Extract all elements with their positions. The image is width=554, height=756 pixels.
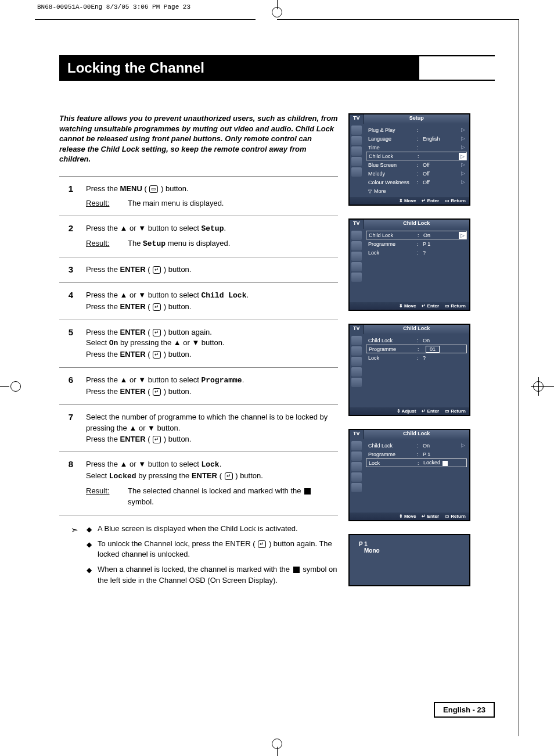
osd-column: TVSetupPlug & Play:▷Language:English▷Tim… xyxy=(348,113,495,590)
osd-row: Child Lock:On▷ xyxy=(366,441,467,450)
osd-title: Child Lock xyxy=(364,220,469,229)
osd-category-icon xyxy=(351,167,362,177)
steps-list: 1Press the MENU ( ▭ ) button.Result:The … xyxy=(59,176,338,515)
osd-icon-column xyxy=(350,229,364,302)
osd-row: Time:▷ xyxy=(366,143,467,152)
step-text: Press the ▲ or ▼ button to select Lock.S… xyxy=(86,459,338,507)
osd-row: Programme:01 xyxy=(366,345,467,353)
crop-mark xyxy=(0,375,23,398)
osd-category-icon xyxy=(351,146,362,156)
osd-tv-tab: TV xyxy=(350,430,364,439)
page-frame xyxy=(277,19,519,20)
osd-row: Lock:? xyxy=(366,353,467,362)
lock-icon xyxy=(443,461,448,466)
step: 5Press the ENTER ( ↵ ) button again.Sele… xyxy=(59,320,338,368)
page-frame xyxy=(35,19,256,20)
enter-icon: ↵ xyxy=(258,540,266,548)
osd-category-icon xyxy=(351,273,362,282)
step: 3Press the ENTER ( ↵ ) button. xyxy=(59,257,338,283)
step-number: 8 xyxy=(59,459,73,507)
osd-category-icon xyxy=(351,336,362,345)
osd-nav-item: ⇕ Move xyxy=(399,514,416,519)
osd-category-icon xyxy=(351,346,362,356)
osd-category-icon xyxy=(351,126,362,135)
osd-category-icon xyxy=(351,378,362,387)
enter-icon: ↵ xyxy=(153,351,161,359)
osd-tv-tab: TV xyxy=(350,325,364,334)
osd-arrow-icon: ▷ xyxy=(459,232,466,239)
osd-row-label: Lock xyxy=(368,250,415,256)
osd-row-value: P 1 xyxy=(423,452,465,457)
crop-mark xyxy=(531,375,554,398)
osd-nav-item: ↵ Enter xyxy=(422,514,439,519)
osd-more: More xyxy=(368,188,386,194)
osd-category-icon xyxy=(351,241,362,250)
intro-text: This feature allows you to prevent unaut… xyxy=(59,113,338,164)
osd-icon-column xyxy=(350,124,364,197)
osd-row: Programme:P 1 xyxy=(366,450,467,458)
osd-icon-column xyxy=(350,439,364,513)
osd-row-value: On xyxy=(423,338,465,343)
result-text: The Setup menu is displayed. xyxy=(128,238,338,250)
note-item: ◆To unlock the Channel lock, press the E… xyxy=(87,539,338,560)
osd-nav-item: ↵ Enter xyxy=(422,409,439,414)
osd-row: Blue Screen:Off▷ xyxy=(366,160,467,169)
osd-arrow-icon: ▷ xyxy=(459,442,467,449)
osd-row-value: 01 xyxy=(423,346,464,353)
osd-nav-item: ▭ Return xyxy=(445,409,466,414)
osd-channel-display: P 1Mono xyxy=(348,534,470,586)
osd-nav-item: ▭ Return xyxy=(445,303,466,309)
enter-icon: ↵ xyxy=(153,388,161,396)
step: 7Select the number of programme to which… xyxy=(59,405,338,453)
osd-row-value: P 1 xyxy=(423,241,465,247)
osd-category-icon xyxy=(351,472,362,482)
osd-arrow-icon: ▷ xyxy=(459,170,467,177)
osd-row-value: On xyxy=(423,443,465,449)
enter-icon: ↵ xyxy=(153,266,161,274)
result-text: The main menu is displayed. xyxy=(128,198,338,209)
osd-row-label: Child Lock xyxy=(368,443,415,449)
osd-row-label: Language xyxy=(368,136,415,142)
osd-channel-line: Mono xyxy=(364,547,463,554)
osd-row-label: Programme xyxy=(368,241,415,247)
osd-row: Colour Weakness:Off▷ xyxy=(366,178,467,187)
bullet-icon: ◆ xyxy=(87,566,92,585)
page-number: English - 23 xyxy=(434,702,495,718)
enter-icon: ↵ xyxy=(225,472,233,480)
osd-nav-bar: ⇕ Adjust↵ Enter▭ Return xyxy=(350,407,469,415)
osd-screenshot: TVChild LockChild Lock:On▷Programme:P 1L… xyxy=(348,429,470,521)
osd-nav-bar: ⇕ Move↵ Enter▭ Return xyxy=(350,513,469,520)
osd-category-icon xyxy=(351,462,362,471)
step-number: 5 xyxy=(59,327,73,361)
step-number: 6 xyxy=(59,375,73,397)
osd-row-value: Off xyxy=(423,162,465,168)
menu-icon: ▭ xyxy=(149,185,158,193)
step-text: Select the number of programme to which … xyxy=(86,412,338,445)
note-text: To unlock the Channel lock, press the EN… xyxy=(98,539,338,560)
result-label: Result: xyxy=(86,238,120,250)
step: 8Press the ▲ or ▼ button to select Lock.… xyxy=(59,452,338,515)
osd-row-label: Child Lock xyxy=(369,153,415,159)
osd-title: Child Lock xyxy=(364,430,469,439)
osd-row-label: Programme xyxy=(369,346,415,352)
result-text: The selected channel is locked and marke… xyxy=(128,486,338,508)
osd-row-label: Blue Screen xyxy=(368,162,415,168)
osd-title: Child Lock xyxy=(364,325,469,334)
osd-tv-tab: TV xyxy=(350,114,364,124)
osd-row: Child Lock:▷ xyxy=(366,152,467,160)
note-text: A Blue screen is displayed when the Chil… xyxy=(98,524,338,534)
osd-category-icon xyxy=(351,252,362,261)
result-label: Result: xyxy=(86,198,120,209)
osd-category-icon xyxy=(351,157,362,166)
osd-title: Setup xyxy=(364,114,469,124)
osd-row-label: Lock xyxy=(368,355,415,361)
osd-row: Child Lock:On▷ xyxy=(366,231,467,239)
page-frame xyxy=(519,19,519,736)
step-text: Press the ▲ or ▼ button to select Progra… xyxy=(86,375,338,397)
step: 6Press the ▲ or ▼ button to select Progr… xyxy=(59,368,338,405)
enter-icon: ↵ xyxy=(153,303,161,311)
osd-screenshot: TVChild LockChild Lock:On▷Programme:P 1L… xyxy=(348,218,470,311)
osd-screenshot: TVChild LockChild Lock:OnProgramme:01Loc… xyxy=(348,324,470,416)
osd-screenshot: TVSetupPlug & Play:▷Language:English▷Tim… xyxy=(348,113,470,206)
note-text: When a channel is locked, the channel is… xyxy=(98,564,338,585)
